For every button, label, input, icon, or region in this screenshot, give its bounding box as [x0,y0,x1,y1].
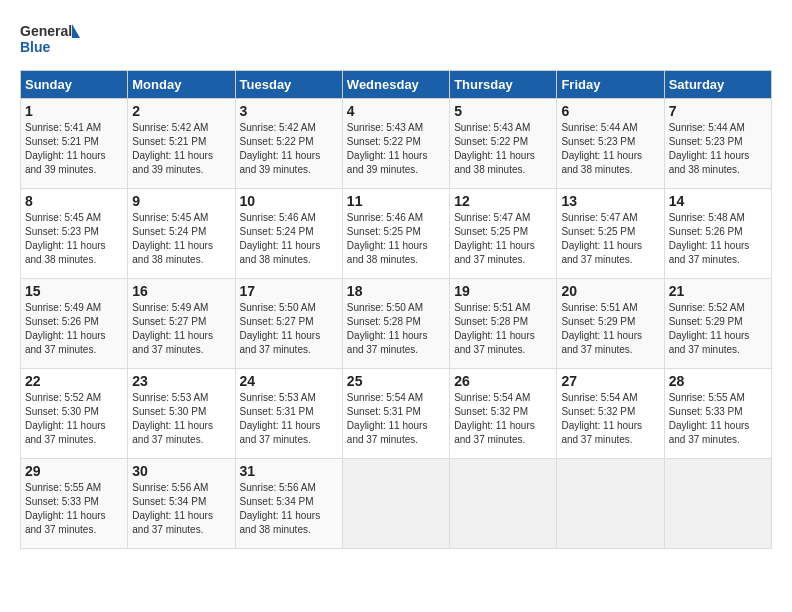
day-number: 31 [240,463,338,479]
day-number: 25 [347,373,445,389]
calendar-header-row: SundayMondayTuesdayWednesdayThursdayFrid… [21,71,772,99]
day-number: 29 [25,463,123,479]
calendar-cell: 23 Sunrise: 5:53 AMSunset: 5:30 PMDaylig… [128,369,235,459]
calendar-cell: 17 Sunrise: 5:50 AMSunset: 5:27 PMDaylig… [235,279,342,369]
day-number: 20 [561,283,659,299]
calendar-table: SundayMondayTuesdayWednesdayThursdayFrid… [20,70,772,549]
day-number: 4 [347,103,445,119]
day-info: Sunrise: 5:44 AMSunset: 5:23 PMDaylight:… [561,122,642,175]
calendar-cell: 27 Sunrise: 5:54 AMSunset: 5:32 PMDaylig… [557,369,664,459]
day-number: 19 [454,283,552,299]
weekday-header-wednesday: Wednesday [342,71,449,99]
weekday-header-thursday: Thursday [450,71,557,99]
calendar-cell: 19 Sunrise: 5:51 AMSunset: 5:28 PMDaylig… [450,279,557,369]
day-number: 28 [669,373,767,389]
day-info: Sunrise: 5:41 AMSunset: 5:21 PMDaylight:… [25,122,106,175]
day-number: 16 [132,283,230,299]
calendar-week-5: 29 Sunrise: 5:55 AMSunset: 5:33 PMDaylig… [21,459,772,549]
day-info: Sunrise: 5:50 AMSunset: 5:28 PMDaylight:… [347,302,428,355]
day-number: 11 [347,193,445,209]
calendar-cell: 25 Sunrise: 5:54 AMSunset: 5:31 PMDaylig… [342,369,449,459]
day-info: Sunrise: 5:43 AMSunset: 5:22 PMDaylight:… [347,122,428,175]
calendar-cell: 16 Sunrise: 5:49 AMSunset: 5:27 PMDaylig… [128,279,235,369]
day-info: Sunrise: 5:47 AMSunset: 5:25 PMDaylight:… [454,212,535,265]
day-info: Sunrise: 5:51 AMSunset: 5:29 PMDaylight:… [561,302,642,355]
day-info: Sunrise: 5:42 AMSunset: 5:21 PMDaylight:… [132,122,213,175]
day-number: 6 [561,103,659,119]
calendar-week-4: 22 Sunrise: 5:52 AMSunset: 5:30 PMDaylig… [21,369,772,459]
calendar-cell [342,459,449,549]
day-number: 21 [669,283,767,299]
logo-svg: General Blue [20,20,80,60]
calendar-cell: 11 Sunrise: 5:46 AMSunset: 5:25 PMDaylig… [342,189,449,279]
calendar-cell: 12 Sunrise: 5:47 AMSunset: 5:25 PMDaylig… [450,189,557,279]
calendar-cell [664,459,771,549]
svg-marker-2 [72,24,80,38]
calendar-cell: 30 Sunrise: 5:56 AMSunset: 5:34 PMDaylig… [128,459,235,549]
calendar-cell: 21 Sunrise: 5:52 AMSunset: 5:29 PMDaylig… [664,279,771,369]
calendar-cell: 9 Sunrise: 5:45 AMSunset: 5:24 PMDayligh… [128,189,235,279]
calendar-cell: 31 Sunrise: 5:56 AMSunset: 5:34 PMDaylig… [235,459,342,549]
calendar-cell: 20 Sunrise: 5:51 AMSunset: 5:29 PMDaylig… [557,279,664,369]
weekday-header-friday: Friday [557,71,664,99]
day-number: 5 [454,103,552,119]
calendar-cell: 8 Sunrise: 5:45 AMSunset: 5:23 PMDayligh… [21,189,128,279]
calendar-week-2: 8 Sunrise: 5:45 AMSunset: 5:23 PMDayligh… [21,189,772,279]
page-header: General Blue [20,20,772,60]
day-number: 13 [561,193,659,209]
day-number: 18 [347,283,445,299]
day-info: Sunrise: 5:44 AMSunset: 5:23 PMDaylight:… [669,122,750,175]
calendar-cell: 1 Sunrise: 5:41 AMSunset: 5:21 PMDayligh… [21,99,128,189]
day-info: Sunrise: 5:56 AMSunset: 5:34 PMDaylight:… [240,482,321,535]
day-number: 8 [25,193,123,209]
day-info: Sunrise: 5:46 AMSunset: 5:25 PMDaylight:… [347,212,428,265]
day-number: 23 [132,373,230,389]
day-info: Sunrise: 5:43 AMSunset: 5:22 PMDaylight:… [454,122,535,175]
calendar-cell [557,459,664,549]
day-info: Sunrise: 5:47 AMSunset: 5:25 PMDaylight:… [561,212,642,265]
day-number: 12 [454,193,552,209]
calendar-week-1: 1 Sunrise: 5:41 AMSunset: 5:21 PMDayligh… [21,99,772,189]
calendar-cell: 14 Sunrise: 5:48 AMSunset: 5:26 PMDaylig… [664,189,771,279]
day-info: Sunrise: 5:45 AMSunset: 5:24 PMDaylight:… [132,212,213,265]
calendar-cell: 15 Sunrise: 5:49 AMSunset: 5:26 PMDaylig… [21,279,128,369]
calendar-cell: 26 Sunrise: 5:54 AMSunset: 5:32 PMDaylig… [450,369,557,459]
day-info: Sunrise: 5:52 AMSunset: 5:29 PMDaylight:… [669,302,750,355]
weekday-header-monday: Monday [128,71,235,99]
day-info: Sunrise: 5:54 AMSunset: 5:32 PMDaylight:… [561,392,642,445]
day-number: 27 [561,373,659,389]
calendar-cell: 28 Sunrise: 5:55 AMSunset: 5:33 PMDaylig… [664,369,771,459]
day-number: 30 [132,463,230,479]
calendar-cell: 6 Sunrise: 5:44 AMSunset: 5:23 PMDayligh… [557,99,664,189]
day-number: 9 [132,193,230,209]
day-info: Sunrise: 5:45 AMSunset: 5:23 PMDaylight:… [25,212,106,265]
weekday-header-sunday: Sunday [21,71,128,99]
calendar-cell: 22 Sunrise: 5:52 AMSunset: 5:30 PMDaylig… [21,369,128,459]
day-info: Sunrise: 5:48 AMSunset: 5:26 PMDaylight:… [669,212,750,265]
logo: General Blue [20,20,80,60]
calendar-cell: 24 Sunrise: 5:53 AMSunset: 5:31 PMDaylig… [235,369,342,459]
calendar-cell: 10 Sunrise: 5:46 AMSunset: 5:24 PMDaylig… [235,189,342,279]
day-number: 1 [25,103,123,119]
day-number: 26 [454,373,552,389]
day-info: Sunrise: 5:51 AMSunset: 5:28 PMDaylight:… [454,302,535,355]
day-info: Sunrise: 5:53 AMSunset: 5:31 PMDaylight:… [240,392,321,445]
day-info: Sunrise: 5:52 AMSunset: 5:30 PMDaylight:… [25,392,106,445]
calendar-cell: 4 Sunrise: 5:43 AMSunset: 5:22 PMDayligh… [342,99,449,189]
day-number: 15 [25,283,123,299]
day-info: Sunrise: 5:54 AMSunset: 5:32 PMDaylight:… [454,392,535,445]
calendar-cell [450,459,557,549]
day-info: Sunrise: 5:54 AMSunset: 5:31 PMDaylight:… [347,392,428,445]
svg-text:General: General [20,23,72,39]
calendar-cell: 29 Sunrise: 5:55 AMSunset: 5:33 PMDaylig… [21,459,128,549]
day-info: Sunrise: 5:42 AMSunset: 5:22 PMDaylight:… [240,122,321,175]
calendar-cell: 13 Sunrise: 5:47 AMSunset: 5:25 PMDaylig… [557,189,664,279]
calendar-cell: 2 Sunrise: 5:42 AMSunset: 5:21 PMDayligh… [128,99,235,189]
svg-text:Blue: Blue [20,39,51,55]
day-number: 17 [240,283,338,299]
day-number: 22 [25,373,123,389]
calendar-cell: 5 Sunrise: 5:43 AMSunset: 5:22 PMDayligh… [450,99,557,189]
day-info: Sunrise: 5:55 AMSunset: 5:33 PMDaylight:… [669,392,750,445]
day-info: Sunrise: 5:50 AMSunset: 5:27 PMDaylight:… [240,302,321,355]
weekday-header-saturday: Saturday [664,71,771,99]
